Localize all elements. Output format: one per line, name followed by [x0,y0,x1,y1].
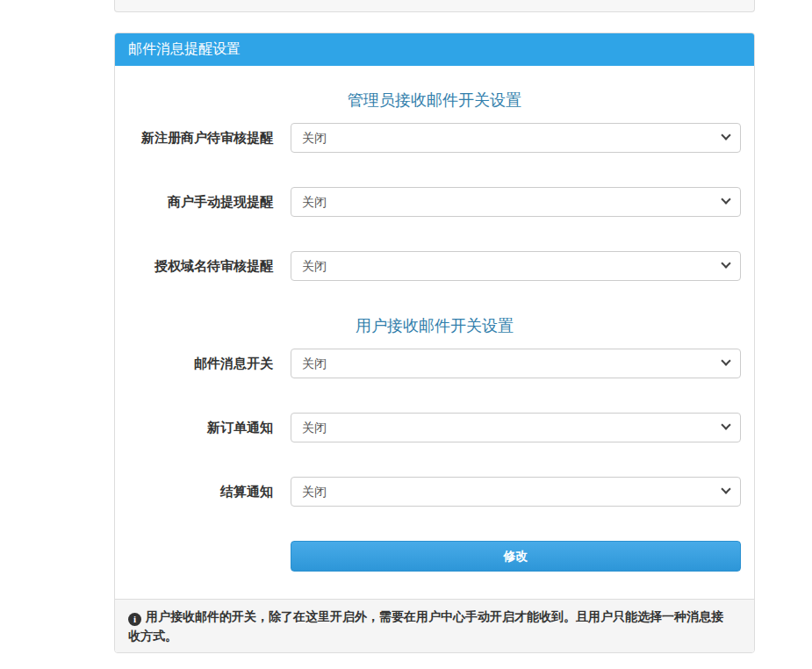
field-label-new-order-notify: 新订单通知 [128,420,273,436]
select-wrapper: 关闭 [291,413,741,442]
field-label-settlement-notify: 结算通知 [128,484,273,500]
form-row-new-merchant-review: 新注册商户待审核提醒 关闭 [128,123,741,153]
form-row-auth-domain-review: 授权域名待审核提醒 关闭 [128,251,741,281]
select-wrapper: 关闭 [291,251,741,281]
select-wrapper: 关闭 [291,477,741,507]
settlement-notify-select[interactable]: 关闭 [291,477,741,507]
field-label-auth-domain-review: 授权域名待审核提醒 [128,258,273,275]
auth-domain-review-select[interactable]: 关闭 [291,251,741,281]
merchant-withdraw-select[interactable]: 关闭 [291,187,741,217]
section-title-admin: 管理员接收邮件开关设置 [128,90,741,111]
previous-panel-footer [114,0,755,12]
content-column: 邮件消息提醒设置 管理员接收邮件开关设置 新注册商户待审核提醒 关闭 商户手动提… [114,0,755,653]
select-wrapper: 关闭 [291,349,741,378]
new-order-notify-select[interactable]: 关闭 [291,413,741,442]
submit-button[interactable]: 修改 [291,541,741,572]
panel-body: 管理员接收邮件开关设置 新注册商户待审核提醒 关闭 商户手动提现提醒 关闭 [115,66,754,599]
email-settings-panel: 邮件消息提醒设置 管理员接收邮件开关设置 新注册商户待审核提醒 关闭 商户手动提… [114,32,755,653]
form-row-merchant-withdraw: 商户手动提现提醒 关闭 [128,187,741,217]
field-label-email-switch: 邮件消息开关 [128,356,273,372]
footer-note-wrapper: i用户接收邮件的开关，除了在这里开启外，需要在用户中心手动开启才能收到。且用户只… [128,607,734,645]
select-wrapper: 关闭 [291,187,741,217]
info-icon: i [128,613,141,626]
section-title-user: 用户接收邮件开关设置 [128,315,741,336]
page: 邮件消息提醒设置 管理员接收邮件开关设置 新注册商户待审核提醒 关闭 商户手动提… [0,0,812,669]
new-merchant-review-select[interactable]: 关闭 [291,123,741,153]
button-spacer [128,541,291,572]
field-label-new-merchant-review: 新注册商户待审核提醒 [128,130,273,147]
form-row-new-order-notify: 新订单通知 关闭 [128,413,741,442]
field-label-merchant-withdraw: 商户手动提现提醒 [128,194,273,211]
email-switch-select[interactable]: 关闭 [291,349,741,378]
panel-title: 邮件消息提醒设置 [128,41,241,56]
panel-footer: i用户接收邮件的开关，除了在这里开启外，需要在用户中心手动开启才能收到。且用户只… [115,599,754,652]
form-row-email-switch: 邮件消息开关 关闭 [128,349,741,378]
footer-note: 用户接收邮件的开关，除了在这里开启外，需要在用户中心手动开启才能收到。且用户只能… [128,609,723,643]
select-wrapper: 关闭 [291,123,741,153]
button-row: 修改 [128,541,741,572]
panel-header: 邮件消息提醒设置 [115,33,754,66]
form-row-settlement-notify: 结算通知 关闭 [128,477,741,507]
